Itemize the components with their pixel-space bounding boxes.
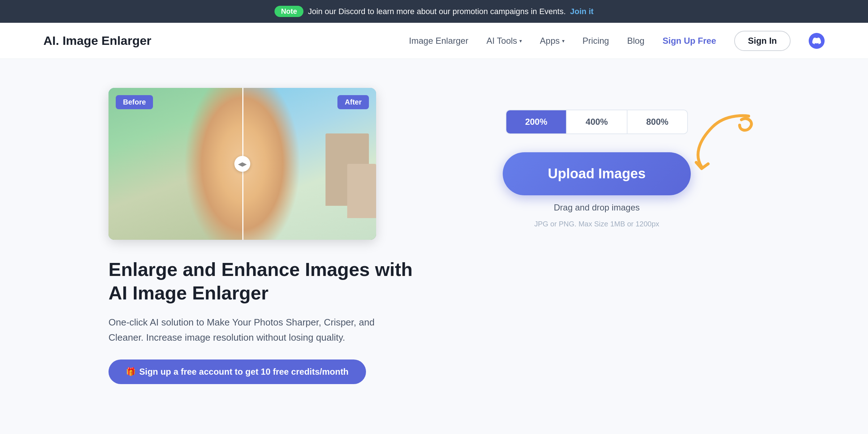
left-side: ◀▶ Before After Enlarge and Enhance Imag… bbox=[109, 88, 434, 384]
arrow-decoration bbox=[684, 109, 756, 174]
right-side: 200% 400% 800% Upload Images Drag and dr… bbox=[470, 88, 723, 228]
discord-icon[interactable] bbox=[809, 33, 825, 49]
before-tag: Before bbox=[116, 95, 153, 109]
signin-button[interactable]: Sign In bbox=[734, 31, 791, 51]
file-info-text: JPG or PNG. Max Size 1MB or 1200px bbox=[534, 220, 659, 228]
navbar: AI. Image Enlarger Image Enlarger AI Too… bbox=[0, 23, 868, 59]
image-compare: ◀▶ Before After bbox=[109, 88, 376, 240]
nav-links: Image Enlarger AI Tools ▾ Apps ▾ Pricing… bbox=[409, 31, 825, 51]
nav-image-enlarger[interactable]: Image Enlarger bbox=[409, 36, 468, 46]
main-content: ◀▶ Before After Enlarge and Enhance Imag… bbox=[0, 59, 868, 413]
hero-title: Enlarge and Enhance Images with AI Image… bbox=[109, 258, 434, 305]
upload-button[interactable]: Upload Images bbox=[503, 152, 691, 195]
drag-drop-text: Drag and drop images bbox=[554, 203, 639, 213]
scale-options: 200% 400% 800% bbox=[506, 110, 688, 134]
top-banner: Note Join our Discord to learn more abou… bbox=[0, 0, 868, 23]
note-badge: Note bbox=[275, 6, 303, 17]
join-link[interactable]: Join it bbox=[570, 7, 593, 16]
chevron-down-icon: ▾ bbox=[519, 38, 522, 44]
nav-blog[interactable]: Blog bbox=[627, 36, 644, 46]
upload-area: Upload Images Drag and drop images JPG o… bbox=[503, 152, 691, 228]
divider-handle[interactable]: ◀▶ bbox=[234, 156, 250, 172]
handle-arrows: ◀▶ bbox=[238, 161, 247, 167]
scale-400[interactable]: 400% bbox=[567, 110, 627, 133]
after-tag: After bbox=[337, 95, 369, 109]
scale-200[interactable]: 200% bbox=[506, 110, 567, 133]
gift-icon: 🎁 bbox=[126, 367, 136, 376]
banner-message: Join our Discord to learn more about our… bbox=[308, 7, 566, 16]
cta-signup-button[interactable]: 🎁 Sign up a free account to get 10 free … bbox=[109, 359, 366, 384]
chevron-down-icon: ▾ bbox=[562, 38, 565, 44]
nav-apps[interactable]: Apps ▾ bbox=[540, 36, 565, 46]
logo: AI. Image Enlarger bbox=[43, 34, 152, 48]
nav-ai-tools[interactable]: AI Tools ▾ bbox=[486, 36, 522, 46]
hero-subtitle: One-click AI solution to Make Your Photo… bbox=[109, 315, 383, 345]
scale-800[interactable]: 800% bbox=[627, 110, 687, 133]
nav-pricing[interactable]: Pricing bbox=[583, 36, 609, 46]
nav-signup-link[interactable]: Sign Up Free bbox=[663, 36, 716, 46]
